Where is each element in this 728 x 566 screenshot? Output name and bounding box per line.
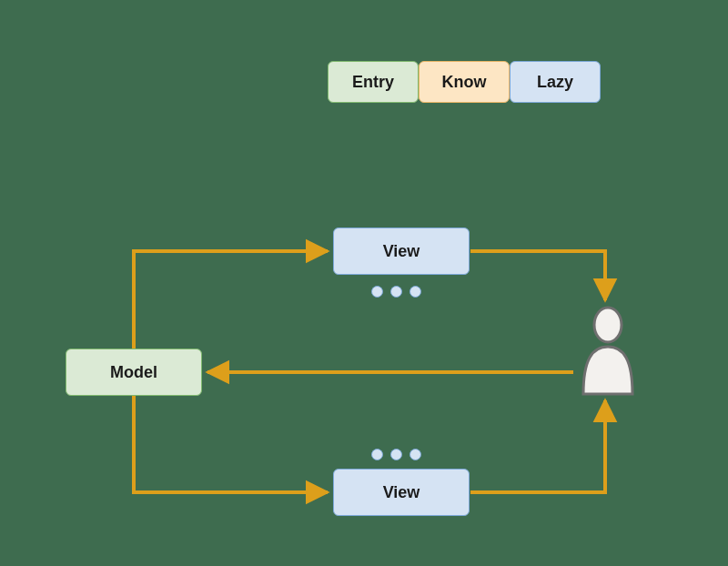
dot-icon: [410, 449, 421, 460]
legend-lazy-label: Lazy: [537, 73, 573, 92]
legend-know-label: Know: [442, 73, 487, 92]
dot-icon: [390, 449, 402, 460]
node-view-bottom-label: View: [383, 483, 420, 502]
ellipsis-bottom: [371, 449, 421, 460]
node-model-label: Model: [110, 363, 157, 382]
legend-lazy: Lazy: [510, 61, 601, 103]
legend-entry: Entry: [328, 61, 419, 103]
node-view-top: View: [333, 227, 470, 275]
dot-icon: [410, 286, 421, 298]
legend-know: Know: [419, 61, 510, 103]
node-view-bottom: View: [333, 469, 470, 516]
ellipsis-top: [371, 286, 421, 298]
legend-entry-label: Entry: [352, 73, 394, 92]
dot-icon: [390, 286, 402, 298]
svg-point-0: [594, 308, 622, 342]
node-model: Model: [66, 349, 202, 396]
dot-icon: [371, 286, 383, 298]
node-view-top-label: View: [383, 242, 420, 261]
user-icon: [576, 305, 640, 399]
dot-icon: [371, 449, 383, 460]
